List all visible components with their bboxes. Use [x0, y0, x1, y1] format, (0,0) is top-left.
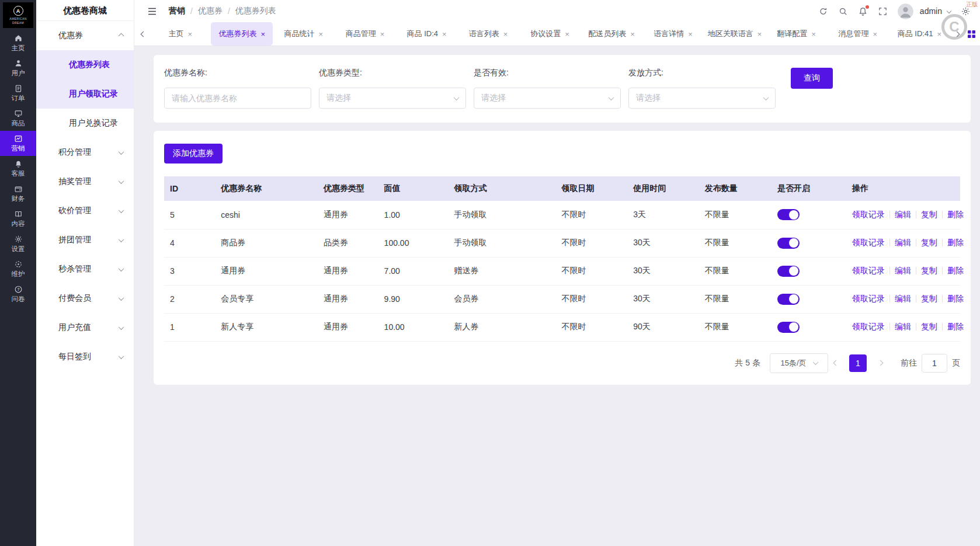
tab-item[interactable]: 配送员列表×	[581, 22, 642, 46]
action-delete-link[interactable]: 删除	[947, 294, 964, 303]
action-receive-records-link[interactable]: 领取记录	[852, 322, 885, 331]
goto-page-input[interactable]	[922, 354, 947, 373]
tab-item[interactable]: 商品统计×	[273, 22, 334, 46]
rail-item-service[interactable]: 客服	[0, 156, 36, 181]
rail-item-contents[interactable]: 内容	[0, 206, 36, 231]
rail-item-users[interactable]: 用户	[0, 55, 36, 81]
sidebar-item-user-receive-record[interactable]: 用户领取记录	[36, 79, 134, 109]
tab-close-icon[interactable]: ×	[688, 30, 693, 39]
issue-method-select[interactable]: 请选择	[628, 88, 776, 109]
tab-item[interactable]: 语言详情×	[642, 22, 704, 46]
username-label[interactable]: admin	[920, 6, 942, 16]
app-logo[interactable]: A AMERICANDREAM	[3, 2, 33, 28]
user-chevron-down-icon[interactable]	[947, 9, 951, 13]
tab-item[interactable]: 商品 ID:41×	[889, 22, 950, 46]
tab-close-icon[interactable]: ×	[630, 30, 635, 39]
action-delete-link[interactable]: 删除	[947, 322, 964, 331]
tab-item[interactable]: 语言列表×	[457, 22, 519, 46]
action-copy-link[interactable]: 复制	[921, 266, 937, 275]
action-edit-link[interactable]: 编辑	[895, 210, 911, 219]
tab-item[interactable]: 商品管理×	[334, 22, 395, 46]
tab-close-icon[interactable]: ×	[565, 30, 569, 39]
action-edit-link[interactable]: 编辑	[895, 266, 911, 275]
rail-item-settings[interactable]: 设置	[0, 231, 36, 256]
sidebar-group-lottery[interactable]: 抽奖管理	[36, 167, 134, 196]
enable-toggle[interactable]	[777, 209, 800, 220]
action-copy-link[interactable]: 复制	[921, 294, 937, 303]
sidebar-group-flash-sale[interactable]: 秒杀管理	[36, 255, 134, 284]
validity-select[interactable]: 请选择	[474, 88, 621, 109]
rail-item-goods[interactable]: 商品	[0, 106, 36, 131]
enable-toggle[interactable]	[777, 294, 800, 305]
sidebar-group-points[interactable]: 积分管理	[36, 138, 134, 167]
rail-item-home[interactable]: 主页	[0, 30, 36, 55]
tabs-grid-menu-icon[interactable]	[968, 30, 975, 38]
action-receive-records-link[interactable]: 领取记录	[852, 294, 885, 303]
sidebar-group-user-recharge[interactable]: 用户充值	[36, 313, 134, 342]
action-receive-records-link[interactable]: 领取记录	[852, 266, 885, 275]
rail-item-marketing[interactable]: 营销	[0, 131, 36, 156]
rail-item-finance[interactable]: 财务	[0, 181, 36, 206]
tab-close-icon[interactable]: ×	[757, 30, 762, 39]
refresh-icon[interactable]	[818, 6, 828, 16]
rail-item-orders[interactable]: 订单	[0, 81, 36, 106]
rail-item-survey[interactable]: ?问卷	[0, 281, 36, 307]
sidebar-item-user-redeem-record[interactable]: 用户兑换记录	[36, 109, 134, 138]
tab-close-icon[interactable]: ×	[503, 30, 508, 39]
fullscreen-icon[interactable]	[878, 6, 888, 16]
sidebar-item-coupon-list[interactable]: 优惠券列表	[36, 50, 134, 79]
action-copy-link[interactable]: 复制	[921, 238, 937, 247]
enable-toggle[interactable]	[777, 266, 800, 277]
tab-item[interactable]: 协议设置×	[519, 22, 581, 46]
tab-close-icon[interactable]: ×	[937, 30, 941, 39]
tab-item[interactable]: 地区关联语言×	[704, 22, 765, 46]
breadcrumb-marketing[interactable]: 营销	[169, 6, 185, 16]
action-edit-link[interactable]: 编辑	[895, 322, 911, 331]
tab-item[interactable]: 优惠券列表×	[211, 22, 272, 46]
tab-item[interactable]: 主页×	[150, 22, 211, 46]
enable-toggle[interactable]	[777, 322, 800, 333]
tab-close-icon[interactable]: ×	[318, 30, 323, 39]
action-copy-link[interactable]: 复制	[921, 322, 937, 331]
sidebar-group-daily-checkin[interactable]: 每日签到	[36, 342, 134, 371]
page-size-select[interactable]: 15条/页	[770, 353, 828, 373]
search-button[interactable]: 查询	[791, 68, 833, 89]
tab-close-icon[interactable]: ×	[442, 30, 447, 39]
sidebar-group-group-buy[interactable]: 拼团管理	[36, 225, 134, 255]
add-coupon-button[interactable]: 添加优惠券	[164, 144, 223, 164]
rail-item-maintain[interactable]: 维护	[0, 256, 36, 281]
coupon-type-select[interactable]: 请选择	[319, 88, 466, 109]
action-delete-link[interactable]: 删除	[947, 238, 964, 247]
tab-close-icon[interactable]: ×	[811, 30, 816, 39]
coupon-name-input[interactable]	[164, 88, 311, 109]
prev-page-icon[interactable]	[828, 361, 843, 365]
breadcrumb-coupon[interactable]: 优惠券	[198, 6, 223, 16]
tabs-scroll-left-icon[interactable]	[137, 32, 150, 36]
action-receive-records-link[interactable]: 领取记录	[852, 238, 885, 247]
tab-item[interactable]: 消息管理×	[827, 22, 888, 46]
tabs-scroll-right-icon[interactable]	[950, 32, 963, 36]
tab-item[interactable]: 翻译配置×	[766, 22, 827, 46]
tab-close-icon[interactable]: ×	[260, 30, 265, 39]
tab-item[interactable]: 商品 ID:4×	[396, 22, 457, 46]
hamburger-menu-icon[interactable]	[147, 6, 157, 16]
sidebar-group-coupon[interactable]: 优惠券	[36, 21, 134, 50]
tab-close-icon[interactable]: ×	[187, 30, 192, 39]
action-copy-link[interactable]: 复制	[921, 210, 937, 219]
sidebar-group-paid-member[interactable]: 付费会员	[36, 284, 134, 313]
action-delete-link[interactable]: 删除	[947, 210, 964, 219]
next-page-icon[interactable]	[873, 361, 888, 365]
enable-toggle[interactable]	[777, 238, 800, 249]
breadcrumb-coupon-list[interactable]: 优惠券列表	[235, 6, 276, 16]
search-icon[interactable]	[838, 6, 848, 16]
current-page-button[interactable]: 1	[849, 354, 867, 372]
action-edit-link[interactable]: 编辑	[895, 294, 911, 303]
action-delete-link[interactable]: 删除	[947, 266, 964, 275]
sidebar-group-bargain[interactable]: 砍价管理	[36, 196, 134, 225]
tab-close-icon[interactable]: ×	[873, 30, 878, 39]
tab-close-icon[interactable]: ×	[380, 30, 385, 39]
action-receive-records-link[interactable]: 领取记录	[852, 210, 885, 219]
user-avatar[interactable]	[898, 4, 913, 19]
action-edit-link[interactable]: 编辑	[895, 238, 911, 247]
notification-bell-icon[interactable]	[858, 6, 868, 16]
